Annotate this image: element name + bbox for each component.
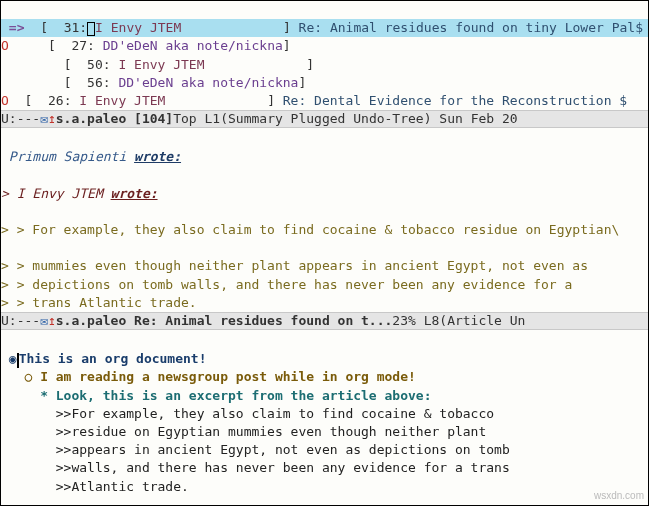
org-body-line: >>walls, and there has never been any ev… bbox=[1, 460, 510, 475]
cursor-icon bbox=[17, 353, 19, 368]
buffer-name: s.a.paleo [104] bbox=[56, 110, 173, 128]
org-heading-3: Look, this is an excerpt from the articl… bbox=[56, 388, 432, 403]
org-body-line: >>For example, they also claim to find c… bbox=[1, 406, 494, 421]
org-body-line: >>appears in ancient Egypt, not even as … bbox=[1, 442, 510, 457]
modeline-summary: U:--- ✉ ↥ s.a.paleo [104] Top L1 (Summar… bbox=[1, 110, 648, 128]
summary-row-selected[interactable]: => [ 31:I Envy JTEM ] Re: Animal residue… bbox=[1, 19, 648, 37]
summary-row[interactable]: O [ 27: DD'eDeN aka note/nickna] bbox=[1, 38, 291, 53]
org-body-line: >>Atlantic trade. bbox=[1, 479, 189, 494]
mail-icon: ✉ bbox=[40, 110, 48, 128]
up-arrow-icon: ↥ bbox=[48, 312, 56, 330]
article-buffer[interactable]: Primum Sapienti wrote: > I Envy JTEM wro… bbox=[1, 128, 648, 312]
modeline-article: U:--- ✉ ↥ s.a.paleo Re: Animal residues … bbox=[1, 312, 648, 330]
subject: Re: Animal residues found on tiny Lower … bbox=[299, 20, 643, 35]
quoted-text: > > depictions on tomb walls, and there … bbox=[1, 277, 572, 292]
bracket: [ bbox=[40, 20, 48, 35]
modeline-modes: (Summary Plugged Undo-Tree) Sun Feb 20 bbox=[220, 110, 517, 128]
msg-num: 27 bbox=[71, 38, 87, 53]
bracket: ] bbox=[283, 20, 291, 35]
attribution-line: Primum Sapienti wrote: bbox=[9, 149, 181, 164]
org-heading-2: I am reading a newsgroup post while in o… bbox=[40, 369, 416, 384]
from: I Envy JTEM bbox=[95, 20, 181, 35]
current-marker: => bbox=[9, 20, 25, 35]
from: DD'eDeN aka note/nickna bbox=[103, 38, 283, 53]
org-heading-1: This is an org document! bbox=[19, 351, 207, 366]
quoted-text: > > trans Atlantic trade. bbox=[1, 295, 197, 310]
quoted-text: > > mummies even though neither plant ap… bbox=[1, 258, 588, 273]
from: I Envy JTEM bbox=[79, 93, 165, 108]
up-arrow-icon: ↥ bbox=[48, 110, 56, 128]
mark-icon: O bbox=[1, 93, 9, 108]
mark-icon: O bbox=[1, 38, 9, 53]
msg-num: 56 bbox=[87, 75, 103, 90]
org-bullet-icon: * bbox=[40, 388, 48, 403]
attribution-self: > I Envy JTEM wrote: bbox=[1, 186, 158, 201]
msg-num: 26 bbox=[48, 93, 64, 108]
modeline-pos: 23% L8 bbox=[392, 312, 439, 330]
from: I Envy JTEM bbox=[118, 57, 204, 72]
colon: : bbox=[79, 20, 87, 35]
subject: Re: Dental Evidence for the Reconstructi… bbox=[283, 93, 627, 108]
msg-num: 50 bbox=[87, 57, 103, 72]
quoted-text: > > For example, they also claim to find… bbox=[1, 222, 619, 237]
summary-buffer[interactable]: => [ 31:I Envy JTEM ] Re: Animal residue… bbox=[1, 1, 648, 110]
org-body-line: >>residue on Egyptian mummies even thoug… bbox=[1, 424, 486, 439]
modeline-status: U:--- bbox=[1, 110, 40, 128]
from: DD'eDeN aka note/nickna bbox=[118, 75, 298, 90]
modeline-modes: (Article Un bbox=[439, 312, 525, 330]
watermark: wsxdn.com bbox=[594, 489, 644, 503]
modeline-status: U:--- bbox=[1, 312, 40, 330]
msg-num: 31 bbox=[64, 20, 80, 35]
org-bullet-icon: ◉ bbox=[9, 351, 17, 366]
cursor-icon bbox=[87, 22, 95, 36]
org-buffer[interactable]: ◉This is an org document! I am reading a… bbox=[1, 330, 648, 506]
mail-icon: ✉ bbox=[40, 312, 48, 330]
modeline-pos: Top L1 bbox=[173, 110, 220, 128]
summary-row[interactable]: O [ 26: I Envy JTEM ] Re: Dental Evidenc… bbox=[1, 93, 627, 108]
org-bullet-icon bbox=[24, 369, 32, 384]
summary-row[interactable]: [ 50: I Envy JTEM ] bbox=[1, 57, 314, 72]
summary-row[interactable]: [ 56: DD'eDeN aka note/nickna] bbox=[1, 75, 306, 90]
buffer-name: s.a.paleo Re: Animal residues found on t… bbox=[56, 312, 393, 330]
